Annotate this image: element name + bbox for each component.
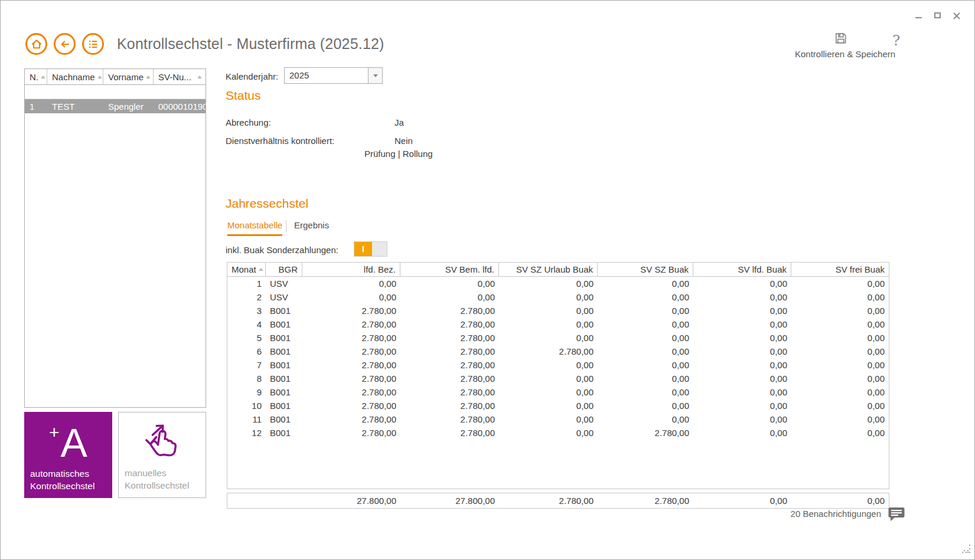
month-cell: 0,00 (693, 358, 791, 372)
month-cell: 0,00 (598, 345, 693, 358)
kalenderjahr-select[interactable]: 2025 (284, 67, 383, 84)
month-cell: 0,00 (499, 372, 598, 385)
employee-row[interactable]: 1TESTSpengler0000010190 (25, 99, 206, 113)
month-column-header[interactable]: Monat (227, 263, 266, 276)
month-cell: 0,00 (693, 385, 791, 399)
month-cell: 0,00 (598, 317, 693, 331)
employee-table-header: N. Nachname Vorname SV-Nu... (25, 69, 206, 85)
kalenderjahr-value: 2025 (285, 68, 368, 83)
buak-toggle[interactable]: I (354, 241, 387, 257)
sort-asc-icon (97, 76, 102, 78)
month-cell: 0,00 (598, 331, 693, 345)
month-row[interactable]: 4B0012.780,002.780,000,000,000,000,00 (227, 317, 889, 331)
employee-cell: Spengler (103, 101, 154, 112)
employee-filter-row[interactable] (25, 85, 206, 99)
month-cell: 0,00 (499, 277, 598, 290)
employee-cell: 1 (25, 101, 47, 112)
month-row[interactable]: 5B0012.780,002.780,000,000,000,000,00 (227, 331, 889, 345)
dienstverhaeltnis-value: Nein (394, 136, 413, 146)
month-cell: 4 (227, 317, 266, 331)
dienstverhaeltnis-label: Dienstverhältnis kontrolliert: (226, 136, 334, 146)
month-column-header[interactable]: lfd. Bez. (302, 263, 400, 276)
month-cell: 2.780,00 (400, 317, 499, 331)
month-cell: 0,00 (693, 372, 791, 385)
dropdown-button[interactable] (368, 68, 382, 83)
month-cell: 2.780,00 (302, 385, 400, 399)
month-cell: 2.780,00 (302, 358, 400, 372)
maximize-button[interactable] (932, 10, 943, 21)
month-cell: 2.780,00 (302, 331, 400, 345)
month-cell: 7 (227, 358, 266, 372)
month-cell: 0,00 (499, 399, 598, 412)
notifications-button[interactable] (888, 506, 905, 525)
month-column-header[interactable]: SV Bem. lfd. (400, 263, 499, 276)
month-row[interactable]: 9B0012.780,002.780,000,000,000,000,00 (227, 385, 889, 399)
month-cell: 0,00 (499, 304, 598, 317)
total-cell: 2.780,00 (598, 494, 693, 507)
month-cell: 0,00 (791, 399, 889, 412)
month-cell: 2.780,00 (302, 426, 400, 440)
month-cell: 0,00 (499, 412, 598, 426)
close-button[interactable] (951, 10, 961, 21)
month-column-header[interactable]: SV frei Buak (791, 263, 889, 276)
tab-monatstabelle[interactable]: Monatstabelle (227, 220, 282, 236)
month-table-body: 1USV0,000,000,000,000,000,002USV0,000,00… (227, 277, 889, 440)
total-cell: 27.800,00 (400, 494, 499, 507)
month-row[interactable]: 11B0012.780,002.780,000,000,000,000,00 (227, 412, 889, 426)
column-header-n[interactable]: N. (25, 69, 47, 84)
total-cell: 27.800,00 (302, 494, 400, 507)
month-row[interactable]: 12B0012.780,002.780,000,002.780,000,000,… (227, 426, 889, 440)
kalenderjahr-label: Kalenderjahr: (226, 71, 278, 81)
month-cell: 2 (227, 290, 266, 304)
notifications-label[interactable]: 20 Benachrichtigungen (791, 509, 881, 519)
month-table: MonatBGRlfd. Bez.SV Bem. lfd.SV SZ Urlau… (227, 262, 889, 489)
sort-asc-icon (197, 76, 202, 78)
month-cell: 2.780,00 (400, 399, 499, 412)
employee-cell: TEST (47, 101, 103, 112)
month-cell: 0,00 (693, 426, 791, 440)
month-cell: 3 (227, 304, 266, 317)
column-header-vorname[interactable]: Vorname (103, 69, 154, 84)
month-column-header[interactable]: SV lfd. Buak (693, 263, 791, 276)
save-button[interactable]: Kontrollieren & Speichern (795, 31, 886, 59)
month-row[interactable]: 6B0012.780,002.780,002.780,000,000,000,0… (227, 345, 889, 358)
month-cell: 0,00 (791, 372, 889, 385)
home-icon (31, 38, 43, 50)
month-row[interactable]: 10B0012.780,002.780,000,000,000,000,00 (227, 399, 889, 412)
month-column-header[interactable]: SV SZ Buak (598, 263, 693, 276)
month-row[interactable]: 1USV0,000,000,000,000,000,00 (227, 277, 889, 290)
month-row[interactable]: 8B0012.780,002.780,000,000,000,000,00 (227, 372, 889, 385)
column-header-svnr[interactable]: SV-Nu... (154, 69, 206, 84)
month-column-header[interactable]: SV SZ Urlaub Buak (499, 263, 598, 276)
menu-button[interactable] (82, 33, 104, 55)
month-cell: 0,00 (791, 345, 889, 358)
auto-kontrollsechstel-button[interactable]: +A automatisches Kontrollsechstel (24, 412, 112, 498)
back-arrow-icon (59, 38, 71, 50)
help-button[interactable]: ? (892, 32, 900, 49)
home-button[interactable] (25, 33, 47, 55)
manual-kontrollsechstel-button[interactable]: manuelles Kontrollsechstel (118, 412, 206, 498)
month-cell: 2.780,00 (302, 372, 400, 385)
month-row[interactable]: 7B0012.780,002.780,000,000,000,000,00 (227, 358, 889, 372)
resize-grip[interactable] (961, 544, 971, 556)
minimize-button[interactable] (913, 10, 924, 21)
month-table-totals-row: 27.800,0027.800,002.780,002.780,000,000,… (227, 493, 889, 509)
month-row[interactable]: 2USV0,000,000,000,000,000,00 (227, 290, 889, 304)
month-cell: 0,00 (791, 304, 889, 317)
month-cell: 0,00 (693, 304, 791, 317)
pruefung-rollung-links[interactable]: Prüfung | Rollung (364, 149, 433, 159)
column-header-nachname[interactable]: Nachname (47, 69, 103, 84)
tab-ergebnis[interactable]: Ergebnis (294, 220, 329, 230)
month-cell: 0,00 (693, 290, 791, 304)
month-cell: 0,00 (791, 412, 889, 426)
month-cell: 0,00 (499, 385, 598, 399)
back-button[interactable] (54, 33, 76, 55)
month-cell: 0,00 (693, 317, 791, 331)
month-cell: 0,00 (693, 277, 791, 290)
month-cell: 0,00 (791, 426, 889, 440)
month-column-header[interactable]: BGR (266, 263, 302, 276)
month-row[interactable]: 3B0012.780,002.780,000,000,000,000,00 (227, 304, 889, 317)
total-cell: 2.780,00 (499, 494, 598, 507)
speech-bubble-icon (888, 506, 905, 522)
close-icon (953, 12, 960, 19)
